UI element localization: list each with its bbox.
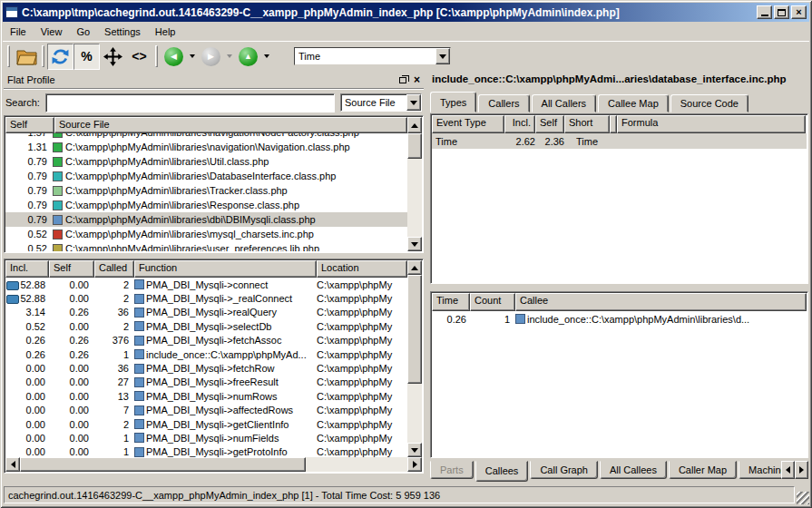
- scroll-left-button[interactable]: [5, 457, 20, 472]
- list-item[interactable]: 0.52 C:\xampp\phpMyAdmin\libraries\mysql…: [5, 227, 407, 241]
- scrollbar-thumb[interactable]: [407, 275, 422, 384]
- tab-types[interactable]: Types: [430, 92, 476, 112]
- list-item-selected[interactable]: 0.79 C:\xampp\phpMyAdmin\libraries\dbi\D…: [5, 212, 407, 227]
- tab-scroll-left-button[interactable]: [781, 461, 795, 479]
- tab-scroll-right-button[interactable]: [795, 461, 808, 479]
- table-row[interactable]: 0.26 0.26 1 include_once::C:\xampp\phpMy…: [5, 347, 407, 361]
- toolbar-handle[interactable]: [7, 45, 10, 67]
- table-row[interactable]: 0.00 0.00 7 PMA_DBI_Mysqli->affectedRows…: [5, 404, 407, 417]
- cycle-detection-button[interactable]: [47, 44, 73, 70]
- forward-button[interactable]: ▶: [198, 44, 224, 70]
- shorten-templates-button[interactable]: <>: [126, 44, 152, 70]
- scroll-up-button[interactable]: [407, 260, 422, 275]
- column-header-incl[interactable]: Incl.: [504, 115, 535, 133]
- search-input[interactable]: [45, 93, 335, 112]
- grouping-selector[interactable]: Source File: [340, 93, 422, 112]
- tab-all-callees[interactable]: All Callees: [600, 461, 667, 479]
- table-row[interactable]: 0.00 0.00 1 PMA_DBI_Mysqli->numFields C:…: [5, 431, 407, 444]
- list-item[interactable]: 1.31 C:\xampp\phpMyAdmin\libraries\navig…: [5, 140, 407, 154]
- table-row-selected[interactable]: Time 2.62 2.36 Time: [432, 133, 807, 149]
- tab-all-callers[interactable]: All Callers: [532, 94, 597, 112]
- column-header-self[interactable]: Self: [535, 115, 564, 133]
- minimize-button[interactable]: [757, 5, 772, 19]
- resize-grip[interactable]: [797, 492, 809, 504]
- flat-profile-header[interactable]: Flat Profile ×: [4, 72, 424, 89]
- list-item[interactable]: 0.79 C:\xampp\phpMyAdmin\libraries\Respo…: [5, 198, 407, 212]
- list-item[interactable]: 0.79 C:\xampp\phpMyAdmin\libraries\Track…: [5, 183, 407, 198]
- table-row[interactable]: 0.00 0.00 27 PMA_DBI_Mysqli->freeResult …: [5, 376, 407, 389]
- tab-call-graph[interactable]: Call Graph: [530, 461, 598, 479]
- expand-areas-button[interactable]: [100, 44, 126, 70]
- vertical-scrollbar[interactable]: [407, 260, 422, 457]
- column-header-callee[interactable]: Callee: [515, 293, 807, 311]
- vertical-scrollbar[interactable]: [407, 117, 422, 251]
- open-file-button[interactable]: [13, 44, 39, 70]
- relative-cost-button[interactable]: %: [73, 44, 100, 70]
- column-header-incl[interactable]: Incl.: [5, 260, 49, 278]
- column-header-short[interactable]: Short: [564, 115, 610, 133]
- scrollbar-track[interactable]: [407, 384, 422, 443]
- column-header-formula[interactable]: Formula: [617, 115, 806, 133]
- close-button[interactable]: ×: [791, 5, 807, 19]
- tab-caller-map[interactable]: Caller Map: [669, 461, 737, 479]
- list-item[interactable]: 1.57 C:\xampp\phpMyAdmin\libraries\navig…: [5, 133, 407, 140]
- menu-view[interactable]: View: [34, 24, 70, 39]
- scrollbar-track[interactable]: [407, 159, 422, 237]
- column-header-self[interactable]: Self: [5, 117, 54, 133]
- arrow-right-icon: [799, 466, 807, 474]
- back-dropdown[interactable]: [187, 47, 198, 66]
- horizontal-scrollbar[interactable]: [5, 457, 422, 472]
- scrollbar-thumb[interactable]: [20, 457, 306, 472]
- table-row[interactable]: 0.00 0.00 1 PMA_DBI_Mysqli->getProtoInfo…: [5, 445, 407, 457]
- column-header-function[interactable]: Function: [134, 260, 317, 278]
- list-item[interactable]: 0.52 C:\xampp\phpMyAdmin\libraries\user_…: [5, 241, 407, 251]
- cost-color-swatch: [53, 142, 63, 152]
- tab-callees[interactable]: Callees: [475, 461, 529, 482]
- up-button[interactable]: ▲: [235, 44, 261, 70]
- menu-file[interactable]: File: [3, 24, 34, 39]
- table-row[interactable]: 0.00 0.00 2 PMA_DBI_Mysqli->getClientInf…: [5, 417, 407, 431]
- column-header-spacer[interactable]: [610, 115, 617, 133]
- table-row[interactable]: 0.26 0.26 376 PMA_DBI_Mysqli->fetchAssoc…: [5, 334, 407, 347]
- table-row[interactable]: 0.52 0.00 2 PMA_DBI_Mysqli->selectDb C:\…: [5, 319, 407, 333]
- tab-source-code[interactable]: Source Code: [670, 94, 748, 112]
- scrollbar-thumb[interactable]: [407, 133, 422, 159]
- maximize-button[interactable]: [774, 5, 789, 19]
- menu-go[interactable]: Go: [69, 24, 97, 39]
- float-dock-icon[interactable]: [399, 77, 406, 83]
- table-row[interactable]: 52.88 0.00 2 PMA_DBI_Mysqli->_realConnec…: [5, 291, 407, 305]
- list-item[interactable]: 0.79 C:\xampp\phpMyAdmin\libraries\Util.…: [5, 154, 407, 169]
- scroll-down-button[interactable]: [407, 443, 422, 457]
- list-item[interactable]: 0.79 C:\xampp\phpMyAdmin\libraries\Datab…: [5, 169, 407, 183]
- column-header-self[interactable]: Self: [49, 260, 94, 278]
- table-row[interactable]: 3.14 0.26 36 PMA_DBI_Mysqli->realQuery C…: [5, 306, 407, 319]
- menu-settings[interactable]: Settings: [97, 24, 148, 39]
- forward-dropdown[interactable]: [224, 47, 235, 66]
- column-header-time[interactable]: Time: [432, 293, 470, 311]
- table-row[interactable]: 0.00 0.00 13 PMA_DBI_Mysqli->numRows C:\…: [5, 389, 407, 403]
- event-type-selector[interactable]: Time: [294, 47, 451, 65]
- toolbar-handle-2[interactable]: [42, 45, 44, 67]
- title-bar[interactable]: C:\xampp\tmp\cachegrind.out.1416463299-C…: [3, 3, 809, 22]
- up-dropdown[interactable]: [261, 47, 272, 66]
- menu-help[interactable]: Help: [148, 24, 183, 39]
- close-dock-icon[interactable]: ×: [414, 74, 420, 85]
- scroll-down-button[interactable]: [407, 237, 422, 251]
- column-header-source-file[interactable]: Source File: [54, 117, 407, 133]
- tab-callers[interactable]: Callers: [478, 94, 529, 112]
- column-header-event-type[interactable]: Event Type: [432, 115, 504, 133]
- column-header-called[interactable]: Called: [94, 260, 134, 278]
- column-header-count[interactable]: Count: [470, 293, 515, 311]
- table-row[interactable]: 0.00 0.00 36 PMA_DBI_Mysqli->fetchRow C:…: [5, 361, 407, 375]
- tab-callee-map[interactable]: Callee Map: [598, 94, 669, 112]
- column-header-location[interactable]: Location: [317, 260, 407, 278]
- grouping-dropdown-button[interactable]: [406, 94, 421, 111]
- scrollbar-track[interactable]: [306, 457, 407, 472]
- table-row[interactable]: 52.88 0.00 2 PMA_DBI_Mysqli->connect C:\…: [5, 278, 407, 291]
- back-button[interactable]: ◀: [161, 44, 187, 70]
- event-type-dropdown-button[interactable]: [435, 48, 450, 64]
- table-row[interactable]: 0.26 1 include_once::C:\xampp\phpMyAdmin…: [432, 311, 807, 327]
- toolbar-handle-3[interactable]: [155, 45, 158, 67]
- tab-parts[interactable]: Parts: [430, 461, 474, 479]
- scroll-right-button[interactable]: [407, 457, 422, 472]
